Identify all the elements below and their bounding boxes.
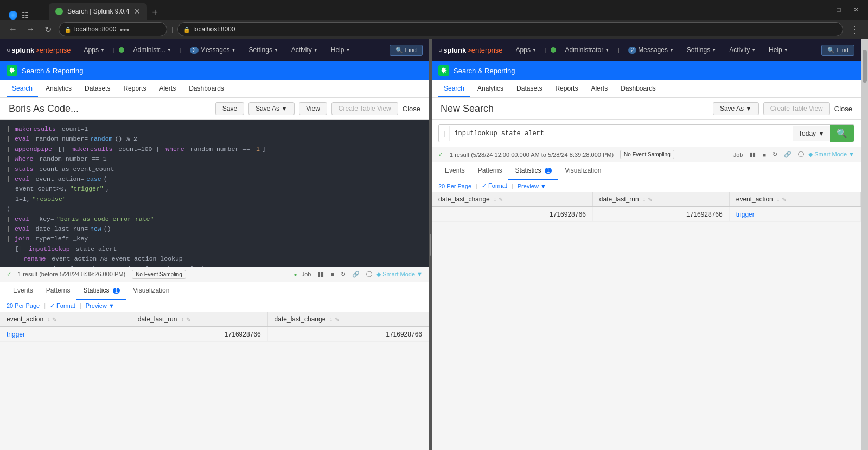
left-per-page-select[interactable]: 20 Per Page: [7, 302, 40, 309]
left-activity-menu[interactable]: Activity ▼: [287, 44, 322, 56]
left-help-menu[interactable]: Help ▼: [327, 44, 355, 56]
left-results-table: event_action ↕✎ date_last_run ↕✎ date_la…: [0, 312, 429, 451]
right-nav-reports[interactable]: Reports: [550, 80, 583, 97]
right-search-area: | Today ▼ 🔍: [432, 120, 861, 147]
right-nav-alerts[interactable]: Alerts: [585, 80, 613, 97]
right-separator-2: |: [618, 47, 620, 53]
right-close-button[interactable]: Close: [834, 105, 852, 113]
left-refresh-button[interactable]: ↻: [339, 270, 348, 279]
back-button[interactable]: ←: [7, 23, 20, 36]
left-col-event-action: event_action ↕✎: [0, 312, 131, 327]
right-address-bar[interactable]: 🔒 localhost:8000: [177, 22, 843, 36]
left-view-button[interactable]: View: [299, 102, 327, 115]
right-nav-search[interactable]: Search: [438, 80, 470, 97]
browser-chrome: – □ ✕ ☷ Search | Splunk 9.0.4 ✕ + ← → ↻ …: [0, 0, 868, 39]
right-nav-datasets[interactable]: Datasets: [511, 80, 547, 97]
tab-close-button[interactable]: ✕: [134, 7, 141, 16]
right-create-table-button[interactable]: Create Table View: [763, 102, 830, 115]
right-info-button[interactable]: ⓘ: [796, 149, 806, 160]
left-admin-menu[interactable]: Administr... ▼: [129, 44, 175, 56]
forward-button[interactable]: →: [24, 23, 37, 36]
right-pause-button[interactable]: ▮▮: [747, 150, 758, 159]
right-admin-menu[interactable]: Administrator ▼: [560, 44, 614, 56]
right-tab-visualization[interactable]: Visualization: [558, 162, 608, 180]
left-address-bar[interactable]: 🔒 localhost:8000 ●●●: [59, 22, 167, 36]
right-tab-statistics[interactable]: Statistics 1: [508, 162, 558, 180]
right-per-page-select[interactable]: 20 Per Page: [438, 183, 471, 189]
right-save-as-button[interactable]: Save As ▼: [713, 102, 759, 115]
left-format-button[interactable]: ✓ Format: [50, 302, 75, 309]
right-search-run-button[interactable]: 🔍: [830, 125, 854, 142]
close-window-button[interactable]: ✕: [851, 4, 861, 15]
left-tab-statistics[interactable]: Statistics 1: [76, 282, 126, 300]
right-smart-mode[interactable]: ◆ Smart Mode ▼: [808, 151, 854, 158]
new-tab-button[interactable]: +: [148, 7, 163, 18]
left-job-button[interactable]: Job: [299, 270, 314, 278]
left-info-button[interactable]: ⓘ: [364, 269, 374, 280]
right-search-reporting-icon: [440, 67, 448, 74]
minimize-button[interactable]: –: [816, 4, 827, 15]
right-tab-patterns[interactable]: Patterns: [471, 162, 509, 180]
pane-divider[interactable]: [430, 39, 432, 450]
left-pane: ○ splunk>enterprise Apps ▼ | Administr..…: [0, 39, 430, 450]
left-nav-dashboards[interactable]: Dashboards: [183, 80, 229, 97]
reload-button[interactable]: ↻: [41, 23, 54, 36]
left-create-table-button[interactable]: Create Table View: [331, 102, 398, 115]
right-table-header-row: date_last_change ↕✎ date_last_run ↕✎ eve…: [432, 192, 861, 207]
right-share-button[interactable]: 🔗: [782, 150, 794, 159]
right-activity-menu[interactable]: Activity ▼: [725, 44, 760, 56]
left-messages-menu[interactable]: 2 Messages ▼: [186, 44, 240, 56]
left-save-button[interactable]: Save: [215, 102, 244, 115]
code-line-6: |eval event_action=case(: [7, 174, 423, 184]
left-save-as-button[interactable]: Save As ▼: [248, 102, 295, 115]
left-tab-events[interactable]: Events: [7, 282, 40, 300]
right-no-sampling-button[interactable]: No Event Sampling: [620, 150, 674, 159]
left-share-button[interactable]: 🔗: [350, 270, 362, 279]
left-cell-date-last-change: 1716928766: [267, 327, 429, 342]
right-job-button[interactable]: Job: [731, 150, 745, 159]
right-help-menu[interactable]: Help ▼: [764, 44, 793, 56]
left-tab-visualization[interactable]: Visualization: [126, 282, 176, 300]
right-save-as-dropdown-icon: ▼: [745, 105, 752, 112]
left-apps-menu[interactable]: Apps ▼: [80, 44, 109, 56]
right-nav-analytics[interactable]: Analytics: [472, 80, 509, 97]
browser-tab[interactable]: Search | Splunk 9.0.4 ✕: [49, 3, 147, 20]
left-close-button[interactable]: Close: [403, 105, 420, 113]
left-sub-nav: Search Analytics Datasets Reports Alerts…: [0, 80, 429, 98]
right-messages-menu[interactable]: 2 Messages ▼: [624, 44, 678, 56]
left-smart-mode[interactable]: ◆ Smart Mode ▼: [376, 271, 423, 278]
browser-menu-button[interactable]: ⋮: [847, 23, 861, 35]
right-format-button[interactable]: ✓ Format: [482, 182, 507, 189]
left-pause-button[interactable]: ▮▮: [315, 270, 326, 279]
right-stop-button[interactable]: ■: [760, 150, 768, 159]
right-apps-menu[interactable]: Apps ▼: [512, 44, 541, 56]
left-find-button[interactable]: 🔍 Find: [390, 45, 423, 56]
maximize-button[interactable]: □: [833, 4, 844, 15]
code-line-1: |makeresults count=1: [7, 124, 423, 134]
right-preview-button[interactable]: Preview ▼: [518, 183, 546, 189]
right-search-input[interactable]: [450, 126, 793, 141]
right-find-button[interactable]: 🔍 Find: [821, 45, 854, 56]
left-tab-patterns[interactable]: Patterns: [40, 282, 77, 300]
left-preview-button[interactable]: Preview ▼: [86, 302, 114, 309]
right-separator-1: |: [545, 47, 547, 53]
right-admin-dropdown-icon: ▼: [605, 48, 609, 53]
left-stop-button[interactable]: ■: [328, 270, 336, 278]
right-time-button[interactable]: Today ▼: [793, 126, 830, 141]
left-nav-datasets[interactable]: Datasets: [79, 80, 116, 97]
left-admin-dropdown-icon: ▼: [167, 48, 171, 53]
left-nav-reports[interactable]: Reports: [118, 80, 151, 97]
right-tab-events[interactable]: Events: [438, 162, 471, 180]
left-nav-analytics[interactable]: Analytics: [40, 80, 77, 97]
right-results-bar: ✓ 1 result (5/28/24 12:00:00.000 AM to 5…: [432, 147, 861, 162]
right-nav-dashboards[interactable]: Dashboards: [615, 80, 661, 97]
right-settings-menu[interactable]: Settings ▼: [682, 44, 720, 56]
address-separator: |: [171, 26, 173, 33]
left-code-editor[interactable]: |makeresults count=1 |eval random_number…: [0, 120, 429, 267]
right-refresh-button[interactable]: ↻: [770, 150, 780, 159]
left-nav-alerts[interactable]: Alerts: [154, 80, 181, 97]
left-no-sampling-button[interactable]: No Event Sampling: [132, 270, 186, 279]
right-scrollbar[interactable]: [861, 39, 868, 450]
left-nav-search[interactable]: Search: [7, 80, 38, 97]
left-settings-menu[interactable]: Settings ▼: [245, 44, 283, 56]
